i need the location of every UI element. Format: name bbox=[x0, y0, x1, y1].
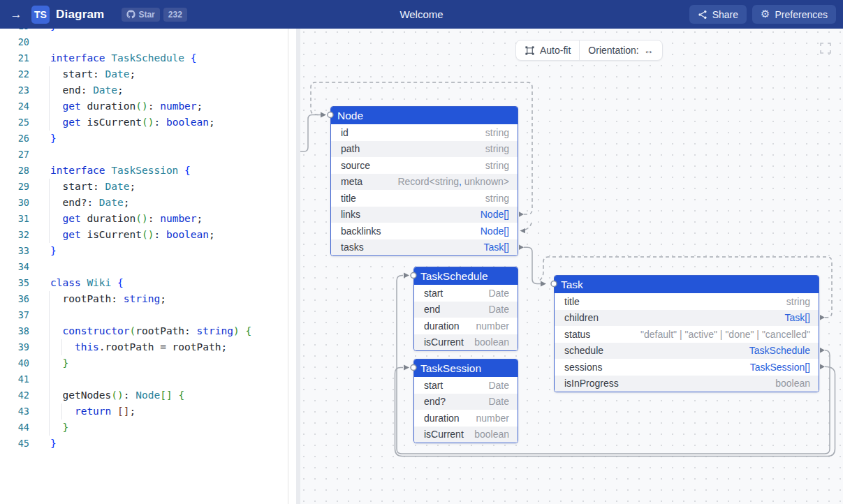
line-number: 27 bbox=[0, 147, 29, 163]
line-number: 28 bbox=[0, 163, 29, 179]
line-number: 22 bbox=[0, 66, 29, 82]
entity-row[interactable]: backlinksNode[] bbox=[331, 223, 518, 239]
line-number: 25 bbox=[0, 114, 29, 131]
entity-header[interactable]: Node bbox=[331, 107, 518, 124]
code-line[interactable]: 20 bbox=[0, 34, 288, 50]
code-text: end?: Date; bbox=[29, 195, 130, 211]
entity-row[interactable]: metaRecord<string, unknown> bbox=[331, 174, 518, 191]
code-editor[interactable]: 19}2021interface TaskSchedule {22 start:… bbox=[0, 29, 288, 504]
property-name: meta bbox=[341, 176, 362, 187]
code-line[interactable]: 25 get isCurrent(): boolean; bbox=[0, 114, 288, 131]
code-line[interactable]: 19} bbox=[0, 29, 288, 34]
github-star-count[interactable]: 232 bbox=[163, 8, 187, 22]
code-line[interactable]: 39 this.rootPath = rootPath; bbox=[0, 339, 288, 355]
line-number: 41 bbox=[0, 371, 29, 387]
entity-header[interactable]: Task bbox=[555, 276, 819, 293]
code-line[interactable]: 26} bbox=[0, 131, 288, 147]
property-type: boolean bbox=[474, 429, 509, 440]
code-line[interactable]: 27 bbox=[0, 147, 288, 163]
code-line[interactable]: 40 } bbox=[0, 355, 288, 371]
entity-node[interactable]: NodeidstringpathstringsourcestringmetaRe… bbox=[330, 106, 518, 256]
entity-row[interactable]: pathstring bbox=[331, 141, 518, 158]
entity-taskschedule[interactable]: TaskSchedulestartDateendDatedurationnumb… bbox=[413, 267, 518, 351]
code-text: class Wiki { bbox=[29, 275, 124, 291]
line-number: 24 bbox=[0, 98, 29, 114]
entity-row[interactable]: titlestring bbox=[555, 293, 819, 310]
property-type: Date bbox=[488, 304, 509, 315]
entity-row[interactable]: sessionsTaskSession[] bbox=[555, 359, 819, 376]
code-line[interactable]: 21interface TaskSchedule { bbox=[0, 50, 288, 66]
line-number: 36 bbox=[0, 291, 29, 307]
code-line[interactable]: 37 bbox=[0, 307, 288, 323]
preferences-button[interactable]: ⚙ Preferences bbox=[752, 5, 836, 24]
entity-row[interactable]: childrenTask[] bbox=[555, 310, 819, 327]
entity-header[interactable]: TaskSession bbox=[414, 360, 518, 377]
code-line[interactable]: 33} bbox=[0, 243, 288, 259]
code-line[interactable]: 42 getNodes(): Node[] { bbox=[0, 387, 288, 403]
property-type: TaskSchedule bbox=[749, 345, 810, 356]
property-name: status bbox=[564, 329, 590, 340]
entity-row[interactable]: status"default" | "active" | "done" | "c… bbox=[555, 326, 819, 343]
entity-row[interactable]: sourcestring bbox=[331, 157, 518, 174]
code-line[interactable]: 45} bbox=[0, 436, 288, 452]
entity-task[interactable]: TasktitlestringchildrenTask[]status"defa… bbox=[554, 275, 819, 392]
code-text: } bbox=[29, 131, 57, 147]
entity-header[interactable]: TaskSchedule bbox=[414, 267, 518, 285]
code-line[interactable]: 35class Wiki { bbox=[0, 275, 288, 291]
entity-row[interactable]: endDate bbox=[414, 302, 518, 318]
entity-row[interactable]: tasksTask[] bbox=[331, 239, 518, 256]
back-arrow-icon[interactable]: → bbox=[7, 8, 25, 22]
entity-row[interactable]: isCurrentboolean bbox=[414, 427, 518, 443]
entity-row[interactable]: end?Date bbox=[414, 394, 518, 410]
share-icon bbox=[698, 10, 708, 20]
line-number: 34 bbox=[0, 259, 29, 275]
diagram-canvas[interactable]: Auto-fit Orientation: ↔ Nodeidstringpath… bbox=[300, 29, 843, 504]
code-text: rootPath: string; bbox=[29, 291, 166, 307]
property-name: duration bbox=[424, 320, 460, 332]
code-line[interactable]: 32 get isCurrent(): boolean; bbox=[0, 227, 288, 243]
entity-row[interactable]: scheduleTaskSchedule bbox=[555, 343, 819, 360]
line-number: 30 bbox=[0, 195, 29, 211]
entity-row[interactable]: isInProgressboolean bbox=[555, 376, 819, 392]
indent-guide bbox=[61, 339, 62, 355]
fullscreen-button[interactable] bbox=[819, 41, 833, 55]
orientation-button[interactable]: Orientation: ↔ bbox=[580, 40, 661, 60]
entity-row[interactable]: durationnumber bbox=[414, 410, 518, 427]
entity-row[interactable]: isCurrentboolean bbox=[414, 334, 518, 351]
code-text: constructor(rootPath: string) { bbox=[29, 323, 251, 339]
line-number: 26 bbox=[0, 131, 29, 147]
entity-row[interactable]: linksNode[] bbox=[331, 207, 518, 223]
code-line[interactable]: 43 return []; bbox=[0, 403, 288, 420]
code-text bbox=[29, 307, 50, 323]
code-text: return []; bbox=[29, 403, 135, 420]
line-number: 31 bbox=[0, 211, 29, 227]
code-line[interactable]: 34 bbox=[0, 259, 288, 275]
code-line[interactable]: 22 start: Date; bbox=[0, 66, 288, 82]
entity-row[interactable]: startDate bbox=[414, 285, 518, 302]
code-lines[interactable]: 19}2021interface TaskSchedule {22 start:… bbox=[0, 29, 288, 452]
code-line[interactable]: 44 } bbox=[0, 420, 288, 436]
share-button[interactable]: Share bbox=[689, 5, 747, 24]
property-name: isInProgress bbox=[564, 378, 619, 389]
code-line[interactable]: 29 start: Date; bbox=[0, 179, 288, 195]
code-line[interactable]: 41 bbox=[0, 371, 288, 387]
code-line[interactable]: 30 end?: Date; bbox=[0, 195, 288, 211]
code-line[interactable]: 23 end: Date; bbox=[0, 82, 288, 98]
entity-row[interactable]: startDate bbox=[414, 377, 518, 394]
code-line[interactable]: 38 constructor(rootPath: string) { bbox=[0, 323, 288, 339]
entity-row[interactable]: idstring bbox=[331, 124, 518, 141]
entity-row[interactable]: durationnumber bbox=[414, 318, 518, 334]
github-star-button[interactable]: Star bbox=[122, 8, 159, 22]
code-line[interactable]: 24 get duration(): number; bbox=[0, 98, 288, 114]
property-type: string bbox=[485, 193, 509, 204]
autofit-button[interactable]: Auto-fit bbox=[516, 40, 579, 60]
entity-tasksession[interactable]: TaskSessionstartDateend?Datedurationnumb… bbox=[413, 359, 518, 443]
code-line[interactable]: 28interface TaskSession { bbox=[0, 163, 288, 179]
github-star-widget[interactable]: Star 232 bbox=[122, 8, 186, 22]
code-line[interactable]: 36 rootPath: string; bbox=[0, 291, 288, 307]
gear-icon: ⚙ bbox=[761, 9, 770, 20]
entity-row[interactable]: titlestring bbox=[331, 190, 518, 207]
code-text: } bbox=[29, 436, 57, 452]
diagram-edges bbox=[300, 29, 843, 504]
code-line[interactable]: 31 get duration(): number; bbox=[0, 211, 288, 227]
